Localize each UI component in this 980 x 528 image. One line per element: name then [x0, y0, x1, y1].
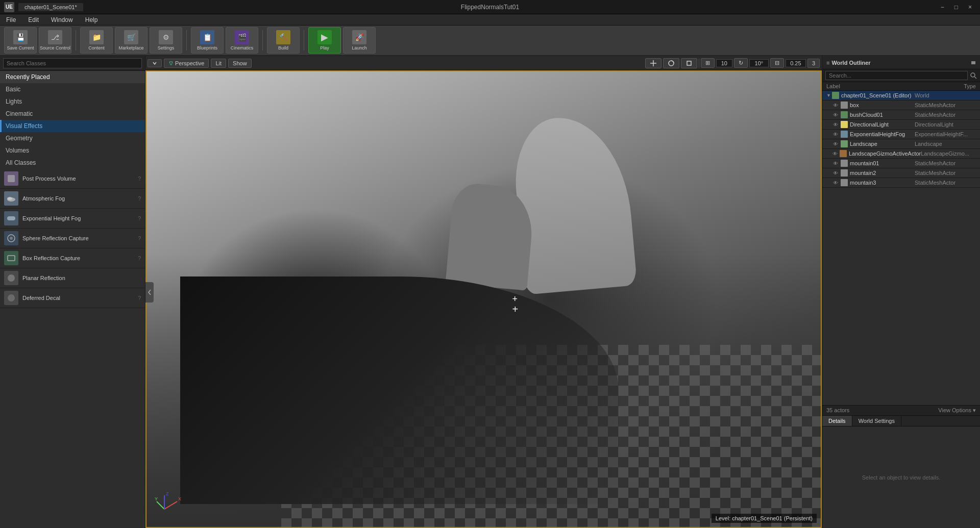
collapse-panel-button[interactable] — [145, 282, 154, 303]
deferred-decal-label: Deferred Decal — [22, 295, 134, 301]
titlebar: UE chapter01_Scene01* FlippedNormalsTut0… — [0, 0, 980, 14]
toolbar-build[interactable]: 🔨 Build — [267, 27, 300, 54]
category-lights[interactable]: Lights — [0, 95, 145, 108]
menu-file[interactable]: File — [4, 15, 18, 24]
planar-reflect-icon — [4, 271, 18, 285]
category-basic[interactable]: Basic — [0, 83, 145, 95]
category-geometry[interactable]: Geometry — [0, 132, 145, 144]
play-label: Play — [320, 45, 329, 51]
maximize-button[interactable]: □ — [950, 4, 962, 11]
toolbar-sep-3 — [262, 30, 263, 51]
toolbar-marketplace[interactable]: 🛒 Marketplace — [115, 27, 148, 54]
cinematics-label: Cinematics — [231, 45, 254, 51]
viewport-show-btn[interactable]: Show — [228, 59, 252, 68]
outliner-item-gizmo[interactable]: 👁 LandscapeGizmoActiveActor LandscapeGiz… — [822, 149, 980, 159]
svg-line-13 — [164, 501, 177, 509]
menu-edit[interactable]: Edit — [26, 15, 41, 24]
outliner-search-input[interactable] — [825, 71, 968, 80]
eye-icon[interactable]: 👁 — [832, 112, 839, 118]
viewport-mode-dropdown[interactable] — [148, 59, 162, 67]
place-item-planar-reflect[interactable]: Planar Reflection — [0, 268, 145, 288]
view-options-btn[interactable]: View Options ▾ — [938, 407, 976, 414]
titlebar-tab[interactable]: chapter01_Scene01* — [18, 3, 83, 11]
toolbar-blueprints[interactable]: 📋 Blueprints — [191, 27, 224, 54]
search-classes-input[interactable] — [3, 58, 142, 68]
eye-icon[interactable]: 👁 — [832, 131, 839, 137]
svg-rect-0 — [8, 175, 15, 182]
viewport-rotate-btn[interactable] — [663, 58, 679, 68]
viewport-lit-btn[interactable]: Lit — [211, 59, 226, 68]
toolbar-play[interactable]: ▶ Play — [308, 27, 341, 54]
toolbar-save-current[interactable]: 💾 Save Current — [4, 27, 37, 54]
toolbar-content[interactable]: 📁 Content — [80, 27, 113, 54]
toolbar-cinematics[interactable]: 🎬 Cinematics — [226, 27, 258, 54]
viewport-camera-speed[interactable]: 3 — [807, 59, 820, 68]
place-item-box-reflect[interactable]: Box Reflection Capture ? — [0, 248, 145, 268]
viewport-scale-snap-value[interactable] — [786, 59, 806, 67]
blueprints-icon: 📋 — [200, 30, 214, 44]
eye-icon[interactable]: 👁 — [832, 170, 839, 176]
world-settings-tab[interactable]: World Settings — [852, 416, 901, 426]
atmos-fog-help[interactable]: ? — [138, 196, 141, 202]
outliner-item-bushcloud[interactable]: 👁 bushCloud01 StaticMeshActor — [822, 110, 980, 120]
details-tab[interactable]: Details — [822, 416, 852, 426]
category-visual-effects[interactable]: Visual Effects — [0, 120, 145, 132]
close-button[interactable]: × — [964, 4, 976, 11]
category-recently-placed[interactable]: Recently Placed — [0, 71, 145, 83]
ppv-icon — [4, 171, 18, 186]
viewport-scale-btn[interactable] — [681, 58, 697, 68]
minimize-button[interactable]: − — [937, 4, 948, 11]
outliner-bushcloud-name: bushCloud01 — [850, 112, 915, 118]
eye-icon[interactable]: 👁 — [832, 141, 839, 147]
viewport-perspective-btn[interactable]: Perspective — [164, 59, 209, 68]
viewport-scale-snap-toggle[interactable]: ⊟ — [770, 58, 784, 68]
toolbar-source-control[interactable]: ⎇ Source Control — [39, 27, 71, 54]
place-item-sphere-reflect[interactable]: Sphere Reflection Capture ? — [0, 229, 145, 248]
planar-reflect-label: Planar Reflection — [22, 275, 141, 281]
viewport[interactable]: + X Y Z Level: chapter01_Scene01 (Persis… — [145, 70, 822, 528]
world-outliner-menu-icon[interactable] — [971, 60, 976, 65]
outliner-item-world[interactable]: ▼ chapter01_Scene01 (Editor) World — [822, 91, 980, 100]
toolbar-settings[interactable]: ⚙ Settings — [150, 27, 182, 54]
eye-icon[interactable]: 👁 — [832, 150, 838, 157]
place-item-deferred-decal[interactable]: Deferred Decal ? — [0, 288, 145, 308]
category-cinematic[interactable]: Cinematic — [0, 108, 145, 120]
eye-icon[interactable]: 👁 — [832, 102, 839, 108]
place-item-atmos-fog[interactable]: Atmospheric Fog ? — [0, 189, 145, 209]
place-item-exp-fog[interactable]: Exponential Height Fog ? — [0, 209, 145, 229]
outliner-item-mountain01[interactable]: 👁 mountain01 StaticMeshActor — [822, 159, 980, 168]
outliner-item-expfog[interactable]: 👁 ExponentialHeightFog ExponentialHeight… — [822, 130, 980, 139]
dirlight-icon — [841, 121, 848, 128]
menu-help[interactable]: Help — [83, 15, 100, 24]
outliner-landscape-type: Landscape — [915, 141, 976, 147]
viewport-grid-snap-value[interactable] — [716, 59, 732, 67]
eye-icon[interactable]: 👁 — [832, 121, 839, 128]
deferred-decal-help[interactable]: ? — [138, 295, 141, 301]
menu-window[interactable]: Window — [49, 15, 75, 24]
viewport-rotate-snap-value[interactable] — [749, 59, 769, 67]
outliner-item-dirlight[interactable]: 👁 DirectionalLight DirectionalLight — [822, 120, 980, 130]
outliner-item-mountain2[interactable]: 👁 mountain2 StaticMeshActor — [822, 168, 980, 178]
eye-icon[interactable]: 👁 — [832, 160, 839, 166]
ppv-help[interactable]: ? — [138, 176, 141, 182]
build-icon: 🔨 — [276, 30, 290, 44]
place-item-ppv[interactable]: Post Process Volume ? — [0, 169, 145, 189]
eye-icon[interactable]: 👁 — [832, 180, 839, 186]
outliner-item-box[interactable]: 👁 box StaticMeshActor — [822, 100, 980, 110]
toolbar-launch[interactable]: 🚀 Launch — [343, 27, 376, 54]
atmos-fog-label: Atmospheric Fog — [22, 195, 134, 202]
viewport-translate-btn[interactable] — [645, 58, 662, 68]
viewport-rotate-snap-toggle[interactable]: ↻ — [734, 58, 748, 68]
viewport-grid-snap-toggle[interactable]: ⊞ — [701, 58, 715, 68]
sphere-reflect-help[interactable]: ? — [138, 236, 141, 241]
outliner-item-mountain3[interactable]: 👁 mountain3 StaticMeshActor — [822, 178, 980, 188]
outliner-item-landscape[interactable]: 👁 Landscape Landscape — [822, 139, 980, 149]
svg-line-23 — [974, 77, 976, 79]
svg-text:X: X — [178, 496, 181, 501]
exp-fog-help[interactable]: ? — [138, 216, 141, 221]
box-reflect-help[interactable]: ? — [138, 256, 141, 261]
svg-text:Y: Y — [155, 496, 158, 501]
category-all-classes[interactable]: All Classes — [0, 157, 145, 169]
category-volumes[interactable]: Volumes — [0, 144, 145, 157]
svg-line-15 — [157, 501, 164, 509]
